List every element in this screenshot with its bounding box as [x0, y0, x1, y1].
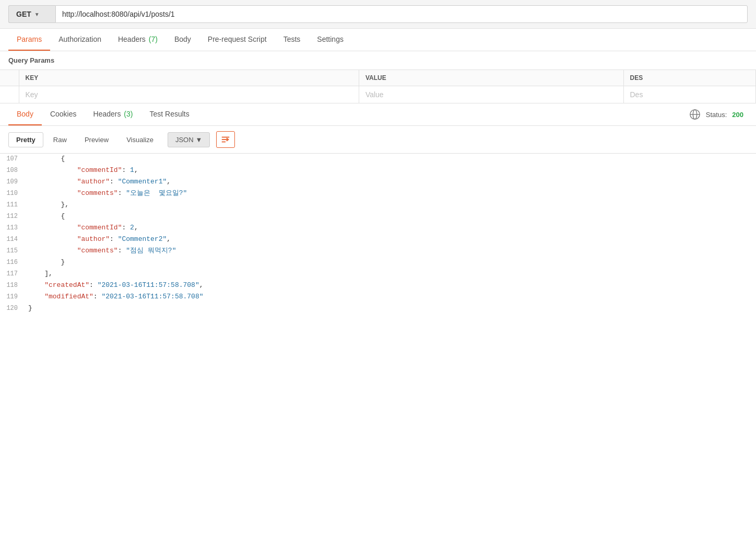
format-tab-visualize[interactable]: Visualize	[119, 132, 161, 147]
json-line: 115 "comments": "점심 뭐먹지?"	[0, 246, 756, 257]
row-key[interactable]: Key	[19, 86, 359, 103]
json-punct: :	[122, 224, 130, 231]
json-punct: {	[61, 212, 65, 220]
line-content: "commentId": 1,	[26, 165, 138, 176]
json-body: 107 {108 "commentId": 1,109 "author": "C…	[0, 154, 756, 315]
row-value[interactable]: Value	[359, 86, 623, 103]
response-tabs: Body Cookies Headers (3) Test Results St…	[0, 103, 756, 126]
json-punct: :	[118, 189, 126, 197]
resp-tab-headers[interactable]: Headers (3)	[85, 103, 141, 125]
json-key: "commentId"	[77, 224, 122, 231]
line-number: 116	[0, 258, 26, 268]
resp-tab-cookies[interactable]: Cookies	[42, 103, 85, 125]
json-line: 114 "author": "Commenter2",	[0, 234, 756, 246]
tab-headers[interactable]: Headers (7)	[110, 29, 166, 51]
line-number: 118	[0, 281, 26, 291]
line-content: "author": "Commenter1",	[26, 177, 171, 188]
resp-tab-test-results[interactable]: Test Results	[141, 103, 197, 125]
json-key: "author"	[77, 178, 110, 186]
line-content: "author": "Commenter2",	[26, 234, 171, 245]
json-str: "2021-03-16T11:57:58.708"	[101, 293, 203, 300]
chevron-down-icon: ▼	[34, 11, 40, 17]
json-line: 112 {	[0, 211, 756, 223]
json-punct: :	[110, 178, 118, 186]
json-line: 117 ],	[0, 269, 756, 280]
json-num: 2	[130, 224, 134, 231]
body-format-bar: Pretty Raw Preview Visualize JSON ▼	[0, 126, 756, 154]
line-content: "createdAt": "2021-03-16T11:57:58.708",	[26, 280, 204, 291]
json-str: "점심 뭐먹지?"	[126, 247, 176, 254]
json-line: 107 {	[0, 154, 756, 165]
params-table: KEY VALUE DES Key Value Des	[0, 70, 756, 103]
format-tab-pretty[interactable]: Pretty	[8, 132, 43, 147]
line-number: 107	[0, 154, 26, 164]
globe-icon[interactable]	[689, 109, 701, 120]
line-content: "commentId": 2,	[26, 223, 138, 234]
response-tabs-left: Body Cookies Headers (3) Test Results	[8, 103, 198, 125]
line-content: {	[26, 211, 65, 222]
json-line: 111 },	[0, 200, 756, 211]
json-format-select[interactable]: JSON ▼	[168, 132, 210, 147]
json-punct: :	[122, 166, 130, 174]
format-tab-preview[interactable]: Preview	[77, 132, 116, 147]
json-punct: ],	[44, 270, 53, 277]
line-number: 120	[0, 304, 26, 314]
json-punct: },	[61, 201, 69, 209]
line-content: "comments": "점심 뭐먹지?"	[26, 246, 176, 257]
line-content: }	[26, 303, 32, 314]
wrap-button[interactable]	[216, 131, 235, 148]
json-key: "comments"	[77, 189, 118, 197]
json-line: 116 }	[0, 257, 756, 269]
json-punct: ,	[167, 235, 171, 243]
json-chevron-icon: ▼	[196, 136, 203, 144]
json-line: 120}	[0, 303, 756, 315]
tab-authorization[interactable]: Authorization	[50, 29, 110, 51]
line-content: ],	[26, 269, 53, 280]
json-key: "comments"	[77, 247, 118, 254]
response-status: Status: 200	[689, 109, 748, 120]
tab-body[interactable]: Body	[166, 29, 199, 51]
json-str: "오늘은 몇요일?"	[126, 189, 187, 197]
json-line: 119 "modifiedAt": "2021-03-16T11:57:58.7…	[0, 292, 756, 303]
col-value: VALUE	[359, 70, 623, 86]
json-punct: :	[89, 281, 98, 289]
method-label: GET	[16, 10, 31, 18]
status-code: 200	[732, 111, 743, 119]
format-tab-raw[interactable]: Raw	[45, 132, 75, 147]
tab-prerequest[interactable]: Pre-request Script	[199, 29, 275, 51]
wrap-icon	[221, 135, 230, 144]
method-select[interactable]: GET ▼	[8, 5, 55, 23]
json-str: "Commenter2"	[118, 235, 167, 243]
json-key: "createdAt"	[44, 281, 89, 289]
request-tabs: Params Authorization Headers (7) Body Pr…	[0, 29, 756, 51]
json-num: 1	[130, 166, 134, 174]
row-checkbox[interactable]	[0, 86, 19, 103]
line-content: {	[26, 154, 65, 165]
json-line: 113 "commentId": 2,	[0, 223, 756, 234]
json-line: 110 "comments": "오늘은 몇요일?"	[0, 188, 756, 200]
json-punct: :	[93, 293, 102, 300]
line-number: 115	[0, 246, 26, 256]
json-key: "commentId"	[77, 166, 122, 174]
json-punct: }	[28, 304, 32, 312]
row-description[interactable]: Des	[623, 86, 756, 103]
json-str: "Commenter1"	[118, 178, 167, 186]
col-checkbox	[0, 70, 19, 86]
line-number: 113	[0, 223, 26, 233]
url-bar: GET ▼	[0, 0, 756, 29]
line-number: 114	[0, 235, 26, 245]
json-punct: ,	[199, 281, 204, 289]
tab-params[interactable]: Params	[8, 29, 50, 51]
url-input[interactable]	[55, 5, 748, 23]
line-content: },	[26, 200, 69, 211]
col-description: DES	[623, 70, 756, 86]
line-number: 119	[0, 292, 26, 302]
resp-tab-body[interactable]: Body	[8, 103, 42, 125]
tab-settings[interactable]: Settings	[309, 29, 352, 51]
json-key: "author"	[77, 235, 110, 243]
json-line: 108 "commentId": 1,	[0, 165, 756, 177]
json-format-label: JSON	[175, 136, 194, 144]
json-punct: :	[110, 235, 118, 243]
tab-tests[interactable]: Tests	[275, 29, 309, 51]
line-number: 110	[0, 189, 26, 199]
